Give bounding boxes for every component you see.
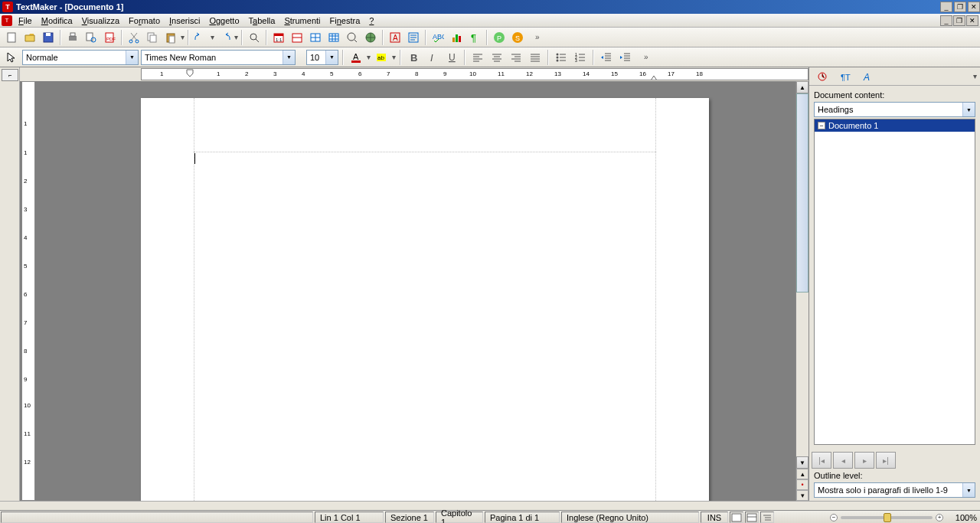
expand-icon[interactable]: − bbox=[818, 122, 825, 129]
new-doc-icon[interactable] bbox=[3, 29, 20, 46]
zoom-out-icon[interactable]: − bbox=[830, 514, 838, 521]
undo-icon[interactable] bbox=[192, 29, 209, 46]
bullet-list-icon[interactable] bbox=[553, 49, 570, 66]
scroll-up-icon[interactable]: ▲ bbox=[796, 81, 808, 93]
tab-styles-icon[interactable]: ¶T bbox=[835, 69, 855, 84]
redo-dropdown-icon[interactable]: ▾ bbox=[234, 33, 238, 41]
export-pdf-icon[interactable]: PDF bbox=[101, 29, 118, 46]
table-large-icon[interactable] bbox=[325, 29, 342, 46]
view-master-icon[interactable] bbox=[745, 512, 759, 523]
decrease-indent-icon[interactable] bbox=[598, 49, 615, 66]
menu-modifica[interactable]: Modifica bbox=[37, 15, 77, 26]
zoom-slider[interactable] bbox=[841, 516, 933, 519]
increase-indent-icon[interactable] bbox=[617, 49, 634, 66]
presentations-icon[interactable]: S bbox=[509, 29, 526, 46]
page[interactable] bbox=[141, 98, 709, 501]
menu-help[interactable]: ? bbox=[364, 15, 378, 26]
nav-prev-icon[interactable]: ◂ bbox=[833, 452, 853, 469]
menu-inserisci[interactable]: Inserisci bbox=[165, 15, 204, 26]
menu-oggetto[interactable]: Oggetto bbox=[204, 15, 243, 26]
menu-file[interactable]: File bbox=[14, 15, 37, 26]
cut-icon[interactable] bbox=[126, 29, 142, 46]
toolbar-overflow-icon[interactable]: » bbox=[644, 53, 648, 61]
find-icon[interactable] bbox=[246, 29, 263, 46]
view-outline-icon[interactable] bbox=[760, 512, 774, 523]
align-left-icon[interactable] bbox=[469, 49, 486, 66]
status-language[interactable]: Inglese (Regno Unito) bbox=[561, 512, 699, 523]
doc-close-button[interactable]: ✕ bbox=[966, 15, 978, 26]
font-color-icon[interactable]: A bbox=[348, 49, 364, 66]
menu-formato[interactable]: Formato bbox=[124, 15, 165, 26]
doc-maximize-button[interactable]: ❐ bbox=[953, 15, 965, 26]
align-right-icon[interactable] bbox=[508, 49, 524, 66]
menu-strumenti[interactable]: Strumenti bbox=[279, 15, 325, 26]
char-format-icon[interactable]: A bbox=[387, 29, 403, 46]
chevron-down-icon[interactable]: ▼ bbox=[283, 51, 295, 64]
vertical-scrollbar[interactable]: ▲ ▼ ▴ • ▾ bbox=[795, 81, 808, 501]
menu-finestra[interactable]: Finestra bbox=[325, 15, 365, 26]
redo-icon[interactable] bbox=[216, 29, 233, 46]
table-small-icon[interactable] bbox=[307, 29, 324, 46]
underline-icon[interactable]: U bbox=[443, 49, 460, 66]
chevron-down-icon[interactable]: ▼ bbox=[325, 51, 338, 64]
status-page[interactable]: Pagina 1 di 1 bbox=[485, 512, 560, 523]
field-icon[interactable] bbox=[289, 29, 305, 46]
tab-outline-icon[interactable] bbox=[812, 69, 832, 84]
outline-level-combo[interactable]: Mostra solo i paragrafi di livello 1-9 ▼ bbox=[814, 482, 975, 498]
highlight-icon[interactable]: ab bbox=[373, 49, 390, 66]
undo-dropdown-icon[interactable]: ▾ bbox=[211, 33, 214, 41]
tab-marker-icon[interactable]: ⌐ bbox=[2, 69, 18, 81]
chevron-down-icon[interactable]: ▼ bbox=[962, 483, 975, 497]
open-icon[interactable] bbox=[21, 29, 38, 46]
planmaker-icon[interactable]: P bbox=[491, 29, 508, 46]
bold-icon[interactable]: B bbox=[405, 49, 422, 66]
align-center-icon[interactable] bbox=[488, 49, 505, 66]
menu-visualizza[interactable]: Visualizza bbox=[77, 15, 124, 26]
chevron-down-icon[interactable]: ▼ bbox=[962, 103, 975, 116]
side-panel-dropdown-icon[interactable]: ▾ bbox=[973, 72, 977, 80]
scroll-thumb[interactable] bbox=[796, 93, 808, 293]
vertical-ruler[interactable]: 1 1 2 3 4 5 6 7 8 9 10 11 12 bbox=[21, 81, 35, 501]
print-preview-icon[interactable] bbox=[83, 29, 100, 46]
font-color-dropdown-icon[interactable]: ▾ bbox=[367, 53, 371, 61]
nav-last-icon[interactable]: ▸| bbox=[876, 452, 896, 469]
para-format-icon[interactable] bbox=[405, 29, 422, 46]
zoom-icon[interactable] bbox=[344, 29, 361, 46]
doc-minimize-button[interactable]: _ bbox=[940, 15, 952, 26]
date-icon[interactable]: 1:1 bbox=[270, 29, 287, 46]
content-combo[interactable]: Headings ▼ bbox=[814, 102, 975, 117]
status-section[interactable]: Sezione 1 bbox=[385, 512, 434, 523]
font-combo[interactable]: Times New Roman ▼ bbox=[141, 50, 296, 65]
status-lincol[interactable]: Lin 1 Col 1 bbox=[315, 512, 384, 523]
right-indent-marker-icon[interactable] bbox=[650, 75, 658, 80]
zoom-value[interactable]: 100% bbox=[946, 513, 977, 522]
chevron-down-icon[interactable]: ▼ bbox=[126, 51, 138, 64]
paste-dropdown-icon[interactable]: ▾ bbox=[181, 33, 185, 41]
prev-page-icon[interactable]: ▴ bbox=[796, 469, 808, 479]
nav-next-icon[interactable]: ▸ bbox=[854, 452, 874, 469]
view-normal-icon[interactable] bbox=[730, 512, 743, 523]
status-chapter[interactable]: Capitolo 1 bbox=[436, 512, 483, 523]
paste-icon[interactable] bbox=[162, 29, 179, 46]
nav-select-icon[interactable]: • bbox=[796, 479, 808, 490]
font-size-combo[interactable]: 10 ▼ bbox=[306, 50, 338, 65]
zoom-in-icon[interactable]: + bbox=[936, 514, 943, 521]
spellcheck-icon[interactable]: ABC bbox=[430, 29, 446, 46]
document-viewport[interactable] bbox=[35, 81, 795, 501]
style-combo[interactable]: Normale ▼ bbox=[22, 50, 139, 65]
globe-icon[interactable] bbox=[362, 29, 379, 46]
align-justify-icon[interactable] bbox=[527, 49, 544, 66]
minimize-button[interactable]: _ bbox=[940, 2, 952, 12]
chart-icon[interactable] bbox=[448, 29, 465, 46]
pointer-icon[interactable] bbox=[3, 49, 20, 66]
scroll-down-icon[interactable]: ▼ bbox=[796, 456, 808, 469]
horizontal-ruler[interactable]: 1 1 2 3 4 5 6 7 8 9 10 11 12 13 14 15 16… bbox=[141, 68, 808, 80]
scroll-track[interactable] bbox=[796, 93, 808, 456]
italic-icon[interactable]: I bbox=[424, 49, 441, 66]
tree-root-item[interactable]: − Documento 1 bbox=[815, 119, 975, 132]
close-button[interactable]: ✕ bbox=[968, 2, 980, 12]
next-page-icon[interactable]: ▾ bbox=[796, 490, 808, 501]
status-ins[interactable]: INS bbox=[701, 512, 728, 523]
number-list-icon[interactable]: 123 bbox=[572, 49, 589, 66]
highlight-dropdown-icon[interactable]: ▾ bbox=[392, 53, 396, 61]
